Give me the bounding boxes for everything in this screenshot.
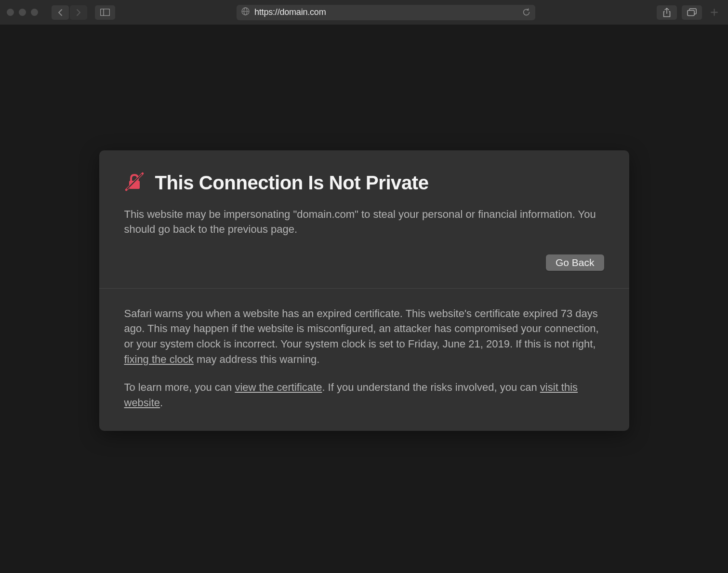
page-content: This Connection Is Not Private This webs… [0,25,728,573]
details-paragraph-1: Safari warns you when a website has an e… [124,306,604,368]
address-bar[interactable]: https://domain.com [237,5,535,20]
navigation-buttons [52,5,87,20]
details-text: Safari warns you when a website has an e… [124,307,599,350]
warning-heading-row: This Connection Is Not Private [124,172,604,194]
warning-title: This Connection Is Not Private [155,172,429,194]
minimize-window-button[interactable] [19,9,26,16]
close-window-button[interactable] [7,9,14,16]
details-text: . If you understand the risks involved, … [322,381,540,393]
reload-icon [522,8,530,16]
reload-button[interactable] [522,8,530,16]
chevron-left-icon [57,9,63,16]
new-tab-button[interactable] [707,5,721,20]
svg-rect-0 [101,9,110,16]
chevron-right-icon [76,9,81,16]
warning-details-section: Safari warns you when a website has an e… [99,289,629,431]
svg-rect-5 [688,11,694,16]
sidebar-icon [100,9,110,16]
toolbar-right-controls [657,5,721,20]
fix-clock-link[interactable]: fixing the clock [124,353,194,365]
go-back-button[interactable]: Go Back [546,254,604,271]
window-controls [7,9,38,16]
insecure-lock-icon [124,172,145,194]
maximize-window-button[interactable] [31,9,38,16]
details-text: . [160,397,163,409]
share-icon [663,8,671,17]
forward-button[interactable] [70,5,87,20]
view-certificate-link[interactable]: view the certificate [235,381,322,393]
details-text: may address this warning. [194,353,320,365]
details-text: To learn more, you can [124,381,235,393]
sidebar-toggle-button[interactable] [95,5,115,20]
tabs-icon [687,8,697,16]
warning-button-row: Go Back [124,254,604,271]
browser-toolbar: https://domain.com [0,0,728,25]
tabs-button[interactable] [682,5,702,20]
address-bar-container: https://domain.com [139,5,633,20]
details-paragraph-2: To learn more, you can view the certific… [124,380,604,411]
warning-top-section: This Connection Is Not Private This webs… [99,150,629,288]
globe-icon [241,7,250,17]
browser-window: https://domain.com [0,0,728,573]
back-button[interactable] [52,5,69,20]
share-button[interactable] [657,5,677,20]
warning-body-text: This website may be impersonating "domai… [124,207,604,237]
warning-card: This Connection Is Not Private This webs… [99,150,629,431]
plus-icon [711,9,718,16]
url-text: https://domain.com [254,7,326,17]
